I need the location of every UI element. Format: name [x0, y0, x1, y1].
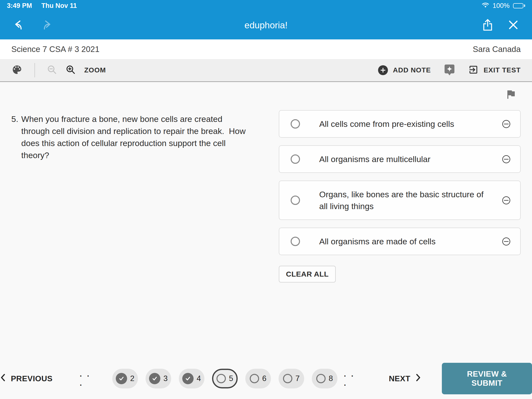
exit-test-label: EXIT TEST [483, 66, 521, 74]
answered-check-icon [182, 373, 194, 384]
question-content: 5. When you fracture a bone, new bone ce… [0, 82, 532, 399]
eliminate-option-button[interactable] [502, 196, 511, 205]
page-pill-5-current[interactable]: 5 [212, 369, 238, 388]
option-text: All organisms are made of cells [319, 235, 492, 247]
redo-button[interactable] [38, 17, 56, 34]
eliminate-option-button[interactable] [502, 237, 511, 246]
page-pill-2[interactable]: 2 [112, 369, 138, 388]
answer-options: All cells come from pre-existing cells A… [279, 110, 521, 283]
document-header: Science 7 CSA # 3 2021 Sara Canada [0, 39, 532, 59]
page-pill-6[interactable]: 6 [245, 369, 271, 388]
unanswered-circle-icon [250, 374, 259, 383]
chevron-left-icon [0, 373, 6, 384]
add-note-plus-icon [378, 65, 388, 75]
app-title: eduphoria! [0, 20, 532, 31]
flag-icon [505, 97, 517, 101]
share-button[interactable] [479, 17, 497, 34]
battery-percent-label: 100% [493, 2, 510, 10]
sparkle-badge-icon [444, 64, 455, 77]
redo-icon [40, 19, 53, 32]
pages-ellipsis-left: . . . [80, 369, 98, 388]
theme-button[interactable] [11, 64, 23, 76]
zoom-in-icon [66, 65, 76, 76]
status-bar: 3:49 PM Thu Nov 11 100% [0, 0, 532, 11]
page-pills: 2 3 4 5 [112, 369, 337, 388]
answered-check-icon [149, 373, 160, 384]
exit-icon [468, 65, 479, 76]
clock-date: Thu Nov 11 [41, 2, 77, 10]
undo-icon [12, 19, 25, 32]
page-pill-7[interactable]: 7 [279, 369, 304, 388]
answer-option-2[interactable]: All organisms are multicellular [279, 145, 521, 173]
test-screen: 3:49 PM Thu Nov 11 100% eduphoria! [0, 0, 532, 399]
answer-option-4[interactable]: All organisms are made of cells [279, 228, 521, 255]
unanswered-circle-icon [283, 374, 292, 383]
radio-button[interactable] [291, 196, 300, 205]
answer-option-1[interactable]: All cells come from pre-existing cells [279, 110, 521, 138]
clock-time: 3:49 PM [7, 2, 32, 10]
unanswered-circle-icon [316, 374, 326, 383]
unanswered-circle-icon [216, 374, 226, 383]
next-label: NEXT [389, 374, 410, 383]
question-block: 5. When you fracture a bone, new bone ce… [11, 113, 248, 161]
test-title: Science 7 CSA # 3 2021 [11, 45, 100, 54]
page-pill-8[interactable]: 8 [312, 369, 337, 388]
zoom-out-icon [47, 65, 57, 76]
smart-note-button[interactable] [444, 64, 455, 77]
answered-check-icon [116, 373, 127, 384]
top-header: 3:49 PM Thu Nov 11 100% eduphoria! [0, 0, 532, 39]
flag-question-button[interactable] [505, 88, 517, 101]
undo-button[interactable] [10, 17, 28, 34]
toolbar: ZOOM ADD NOTE EXIT TEST [0, 59, 532, 82]
palette-icon [11, 64, 23, 76]
share-icon [482, 18, 494, 33]
zoom-out-button[interactable] [47, 65, 57, 76]
pages-ellipsis-right: . . . [344, 369, 362, 388]
page-pill-4[interactable]: 4 [179, 369, 204, 388]
clear-all-button[interactable]: CLEAR ALL [279, 266, 336, 283]
question-text: When you fracture a bone, new bone cells… [21, 113, 248, 161]
previous-label: PREVIOUS [11, 374, 52, 383]
next-button[interactable]: NEXT [389, 373, 421, 384]
add-note-button[interactable]: ADD NOTE [378, 65, 431, 75]
add-note-label: ADD NOTE [393, 66, 431, 74]
close-button[interactable] [504, 17, 522, 34]
exit-test-button[interactable]: EXIT TEST [468, 65, 521, 76]
radio-button[interactable] [291, 154, 300, 164]
bottom-navigation: PREVIOUS . . . 2 3 [0, 363, 532, 395]
wifi-icon [482, 2, 489, 10]
review-submit-button[interactable]: REVIEW & SUBMIT [442, 363, 532, 394]
app-bar: eduphoria! [0, 11, 532, 39]
option-text: Organs, like bones are the basic structu… [319, 188, 492, 212]
previous-button[interactable]: PREVIOUS [0, 373, 52, 384]
option-text: All cells come from pre-existing cells [319, 118, 492, 130]
eliminate-option-button[interactable] [502, 155, 511, 164]
option-text: All organisms are multicellular [319, 153, 492, 165]
student-name: Sara Canada [473, 45, 521, 54]
zoom-in-button[interactable] [66, 65, 76, 76]
battery-icon [513, 3, 525, 8]
eliminate-option-button[interactable] [502, 119, 511, 129]
answer-option-3[interactable]: Organs, like bones are the basic structu… [279, 181, 521, 220]
question-number: 5. [11, 113, 18, 161]
close-icon [508, 19, 519, 32]
chevron-right-icon [415, 373, 421, 384]
radio-button[interactable] [291, 119, 300, 129]
toolbar-divider [34, 63, 35, 77]
zoom-label: ZOOM [84, 66, 106, 74]
radio-button[interactable] [291, 237, 300, 246]
page-pill-3[interactable]: 3 [146, 369, 171, 388]
